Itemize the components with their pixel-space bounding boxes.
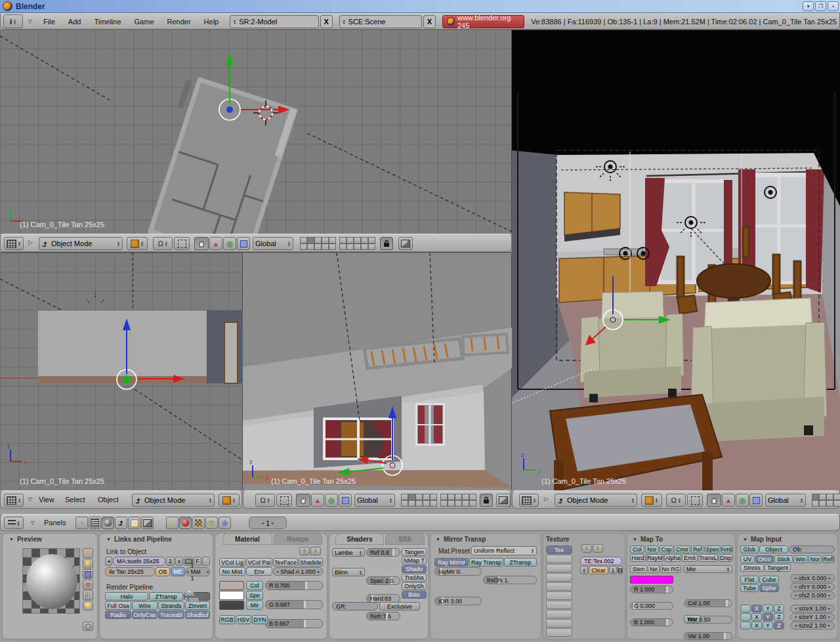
diffuse-shader-dropdown[interactable]: Lambe [332,548,365,557]
header-collapse-icon[interactable]: ▽ [28,496,32,502]
stepper-right-icon[interactable]: ▸ [828,593,831,598]
texture-slot[interactable] [546,555,572,563]
mapto-emit-button[interactable]: Emit [682,554,698,562]
mapto-ref-button[interactable]: Ref [691,546,704,553]
trashadow-button[interactable]: TraSha [402,574,427,582]
no-mist-button[interactable]: No Mist [219,567,245,576]
mapto-hard-button[interactable]: Hard [630,554,646,562]
mapto-nor-button[interactable]: Nor [645,546,659,553]
ofsy-field[interactable]: ◂ofsY 0.000▸ [790,583,835,591]
mapto-r-slider[interactable]: R 1.000 [630,586,673,593]
stepper-left-icon[interactable]: ◂ [794,593,797,598]
axis-y-button[interactable]: Y [763,622,773,630]
paste-material-button[interactable]: ⬇ [310,547,321,555]
glob-button[interactable]: Glob [740,546,759,553]
menu-render[interactable]: Render [161,18,197,26]
nor-button[interactable]: Nor [808,555,822,563]
strands-button[interactable]: Strands [158,601,184,610]
preview-hair-button[interactable] [83,590,93,600]
manipulator-translate-button[interactable]: ▲ [311,494,324,507]
mapto-csp-button[interactable]: Csp [660,546,673,553]
nor-fac-slider[interactable]: Nor 0.50 [684,616,732,624]
menu-game[interactable]: Game [129,18,160,26]
snap-target-button[interactable] [687,494,703,507]
viewport-perspective[interactable]: z x (1) Cam_0_Tile Tan 25x25 [243,252,512,490]
logic-context-button[interactable]: ◔ [75,517,88,529]
texface-button[interactable]: TexFace [273,558,298,567]
screen-delete-button[interactable]: X [320,15,333,28]
mir-button[interactable]: Mir [246,601,263,610]
stepper-right-icon[interactable]: ▸ [318,569,320,574]
axis-z-button[interactable]: Z [774,613,784,621]
ofsz-field[interactable]: ◂ofsZ 0.000▸ [790,591,835,599]
rotation-pivot-button[interactable]: Ω [666,494,686,507]
refr-slider[interactable]: Refr:7.6 [366,612,400,620]
menu-select[interactable]: Select [65,496,85,503]
stepper-left-icon[interactable]: ◂ [261,521,264,526]
menu-help[interactable]: Help [198,18,225,26]
layer-buttons[interactable] [401,494,437,507]
manipulator-scale-button[interactable] [339,494,352,507]
draw-type-button[interactable] [641,494,662,507]
halo-button[interactable]: Halo [105,592,148,601]
axis-blank-button[interactable] [740,622,751,630]
texture-slot[interactable] [546,628,572,637]
scene-context-button[interactable] [141,517,154,529]
draw-type-button[interactable] [127,237,148,250]
layer-buttons[interactable] [440,494,476,507]
panel-collapse-icon[interactable]: ▼ [743,537,747,542]
script-context-button[interactable] [89,517,101,529]
stepper-left-icon[interactable]: ◂ [276,569,279,574]
zinvert-button[interactable]: ZInvert [185,601,210,610]
shadow-button[interactable]: Shado [402,565,427,573]
tube-button[interactable]: Tube [740,584,759,592]
stepper-right-icon[interactable]: ▸ [828,606,831,611]
zoffs-field[interactable]: offs: 0.000 [184,592,210,601]
stepper-left-icon[interactable]: ◂ [794,606,797,611]
window-close-button[interactable]: × [828,1,839,11]
col-fac-slider[interactable]: Col 1.00 [684,599,732,607]
texture-slot[interactable] [546,582,572,591]
axis-z-button[interactable]: Z [774,605,784,612]
ofsx-field[interactable]: ◂ofsX 0.000▸ [790,574,835,582]
tab-shaders[interactable]: Shaders [336,534,383,544]
stepper-left-icon[interactable]: ◂ [794,584,797,589]
manipulator-hand-button[interactable] [707,494,721,507]
radiosity-subcontext-button[interactable]: ☢ [205,517,218,529]
win-button[interactable]: Win [793,555,808,563]
ztransp-button[interactable]: ZTransp [149,592,183,601]
sizey-field[interactable]: ◂sizeY 1.00▸ [790,613,835,621]
radio-button[interactable]: Radio [105,610,131,619]
texture-slot-0[interactable]: Tex [546,546,572,554]
hsv-button[interactable]: HSV [236,615,251,624]
ray-mirror-button[interactable]: Ray Mirror [434,558,469,567]
house-elevation-object[interactable] [38,310,243,383]
g-slider[interactable]: G 0.667 [265,600,323,609]
env-button[interactable]: Env [246,567,272,576]
material-unlink-button[interactable]: X [175,557,183,566]
axis-z-button[interactable]: Z [774,622,784,630]
floor-plan-object[interactable] [138,74,299,234]
texture-users-button[interactable]: 1 [609,566,617,574]
full-osa-button[interactable]: Full Osa [105,601,131,610]
ior-slider[interactable]: IOR 3.00 [434,597,482,605]
wire-button[interactable]: Wire [132,601,158,610]
manipulator-rotate-button[interactable]: ◎ [736,494,749,507]
mode-dropdown[interactable]: Object Mode [132,494,215,507]
screen-selector[interactable]: SR:2-Model [230,15,319,28]
panel-collapse-icon[interactable]: ▼ [9,537,14,542]
uv-button[interactable]: UV [740,555,755,563]
panel-collapse-icon[interactable]: ▼ [633,537,637,542]
manipulator-scale-button[interactable] [749,494,763,507]
axis-y-button[interactable]: Y [763,613,773,621]
orientation-dropdown[interactable]: Global [354,494,395,507]
auto-name-button[interactable] [618,566,623,574]
panel-collapse-icon[interactable]: ▼ [106,537,111,542]
spec-slider[interactable]: Spec 2.0 [366,576,400,585]
sizex-field[interactable]: ◂sizeX 1.00▸ [790,605,835,612]
manipulator-rotate-button[interactable]: ◎ [325,494,338,507]
nmap-ts-button[interactable]: NMap T [402,557,427,565]
refl-button[interactable]: Refl [822,555,835,563]
scene-selector[interactable]: SCE:Scene [339,15,422,28]
preview-osa-button[interactable] [83,622,93,631]
